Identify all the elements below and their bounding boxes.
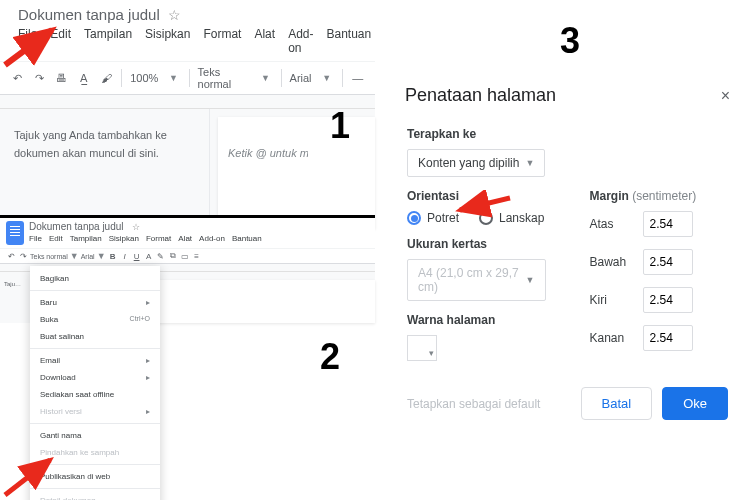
header: Dokumen tanpa judul ☆ File Edit Tampilan… — [0, 218, 375, 248]
chevron-down-icon: ▼ — [526, 275, 535, 285]
paint-format-icon[interactable]: 🖌 — [99, 70, 113, 86]
chevron-down-icon[interactable]: ▼ — [70, 251, 79, 261]
minus-icon[interactable]: — — [351, 70, 365, 86]
italic-icon[interactable]: I — [120, 251, 130, 261]
highlight-icon[interactable]: ✎ — [156, 251, 166, 261]
menu-format[interactable]: Format — [203, 27, 241, 55]
menu-item-email[interactable]: Email▸ — [30, 352, 160, 369]
menu-item-open[interactable]: BukaCtrl+O — [30, 311, 160, 328]
redo-icon[interactable]: ↷ — [32, 70, 46, 86]
svg-line-2 — [460, 198, 510, 210]
spellcheck-icon[interactable]: A̲ — [77, 70, 91, 86]
margin-top-input[interactable] — [643, 211, 693, 237]
red-arrow-3 — [450, 190, 520, 220]
set-default-button[interactable]: Tetapkan sebagai default — [407, 397, 540, 411]
menu-item-share[interactable]: Bagikan — [30, 270, 160, 287]
dialog-footer: Tetapkan sebagai default Batal Oke — [395, 367, 740, 420]
menu-help[interactable]: Bantuan — [232, 234, 262, 243]
menu-item-copy[interactable]: Buat salinan — [30, 328, 160, 345]
align-icon[interactable]: ≡ — [192, 251, 202, 261]
apply-to-label: Terapkan ke — [407, 127, 728, 141]
outline-panel: Tajuk yang Anda tambahkan ke dokumen aka… — [0, 109, 210, 229]
margin-bottom-input[interactable] — [643, 249, 693, 275]
star-icon[interactable]: ☆ — [132, 222, 140, 232]
menu-insert[interactable]: Sisipkan — [145, 27, 190, 55]
menu-addons[interactable]: Add-on — [288, 27, 313, 55]
menu-file[interactable]: File — [29, 234, 42, 243]
type-placeholder: Ketik @ untuk menyisipkan — [228, 147, 308, 159]
undo-icon[interactable]: ↶ — [6, 251, 16, 261]
doc-title[interactable]: Dokumen tanpa judul ☆ — [18, 6, 371, 23]
outline-hint: Tajuk yang Anda tambahkan ke dokumen aka… — [14, 129, 167, 159]
menu-tools[interactable]: Alat — [254, 27, 275, 55]
chevron-down-icon: ▾ — [429, 348, 434, 358]
step-number-2: 2 — [320, 336, 340, 378]
menu-help[interactable]: Bantuan — [326, 27, 371, 55]
underline-icon[interactable]: U — [132, 251, 142, 261]
margin-left-label: Kiri — [590, 293, 635, 307]
paper-size-section: Ukuran kertas A4 (21,0 cm x 29,7 cm) ▼ — [395, 231, 558, 307]
doc-title[interactable]: Dokumen tanpa judul ☆ — [29, 221, 369, 232]
style-select[interactable]: Teks normal — [198, 66, 251, 90]
docs-logo-icon — [6, 221, 24, 245]
menu-item-history[interactable]: Histori versi▸ — [30, 403, 160, 420]
chevron-down-icon[interactable]: ▼ — [166, 70, 180, 86]
divider — [30, 423, 160, 424]
paper-value: A4 (21,0 cm x 29,7 cm) — [418, 266, 520, 294]
redo-icon[interactable]: ↷ — [18, 251, 28, 261]
close-icon[interactable]: × — [721, 87, 730, 105]
color-swatch[interactable]: ▾ — [407, 335, 437, 361]
undo-icon[interactable]: ↶ — [10, 70, 24, 86]
doc-title-text: Dokumen tanpa judul — [29, 221, 124, 232]
margin-left-row: Kiri — [590, 287, 729, 313]
document-page[interactable]: Ketik @ untuk menyisipkan — [218, 117, 375, 229]
bold-icon[interactable]: B — [108, 251, 118, 261]
margin-right-input[interactable] — [643, 325, 693, 351]
ruler[interactable] — [0, 95, 375, 109]
menu-tools[interactable]: Alat — [178, 234, 192, 243]
style-select[interactable]: Teks normal — [30, 253, 68, 260]
font-select[interactable]: Arial — [290, 72, 312, 84]
menu-addons[interactable]: Add-on — [199, 234, 225, 243]
image-icon[interactable]: ▭ — [180, 251, 190, 261]
red-arrow-2 — [0, 440, 70, 500]
menu-item-offline[interactable]: Sediakan saat offline — [30, 386, 160, 403]
menu-view[interactable]: Tampilan — [84, 27, 132, 55]
dialog-title-text: Penataan halaman — [405, 85, 556, 106]
apply-to-dropdown[interactable]: Konten yang dipilih ▼ — [407, 149, 545, 177]
red-arrow-1 — [0, 10, 70, 70]
chevron-down-icon[interactable]: ▼ — [258, 70, 272, 86]
separator — [189, 69, 190, 87]
link-icon[interactable]: ⧉ — [168, 251, 178, 261]
text-color-icon[interactable]: A — [144, 251, 154, 261]
margin-right-label: Kanan — [590, 331, 635, 345]
radio-dot-icon — [407, 211, 421, 225]
chevron-down-icon[interactable]: ▼ — [97, 251, 106, 261]
divider — [30, 290, 160, 291]
chevron-down-icon: ▼ — [525, 158, 534, 168]
cancel-button[interactable]: Batal — [581, 387, 653, 420]
menubar: File Edit Tampilan Sisipkan Format Alat … — [29, 234, 369, 243]
apply-to-value: Konten yang dipilih — [418, 156, 519, 170]
menu-view[interactable]: Tampilan — [70, 234, 102, 243]
ok-button[interactable]: Oke — [662, 387, 728, 420]
star-icon[interactable]: ☆ — [168, 7, 181, 23]
chevron-down-icon[interactable]: ▼ — [320, 70, 334, 86]
zoom-select[interactable]: 100% — [130, 72, 158, 84]
toolbar: ↶ ↷ Teks normal ▼ Arial ▼ B I U A ✎ ⧉ ▭ … — [0, 248, 375, 264]
menu-item-new[interactable]: Baru▸ — [30, 294, 160, 311]
font-select[interactable]: Arial — [81, 253, 95, 260]
menu-edit[interactable]: Edit — [49, 234, 63, 243]
page-setup-dialog: Penataan halaman × Terapkan ke Konten ya… — [395, 85, 740, 485]
menu-item-download[interactable]: Download▸ — [30, 369, 160, 386]
menubar: File Edit Tampilan Sisipkan Format Alat … — [18, 27, 371, 55]
menu-insert[interactable]: Sisipkan — [109, 234, 139, 243]
paper-dropdown[interactable]: A4 (21,0 cm x 29,7 cm) ▼ — [407, 259, 546, 301]
print-icon[interactable]: 🖶 — [55, 70, 69, 86]
separator — [281, 69, 282, 87]
margin-top-label: Atas — [590, 217, 635, 231]
margin-left-input[interactable] — [643, 287, 693, 313]
menu-format[interactable]: Format — [146, 234, 171, 243]
outline-hint: Taju… — [4, 281, 21, 287]
paper-label: Ukuran kertas — [407, 237, 546, 251]
